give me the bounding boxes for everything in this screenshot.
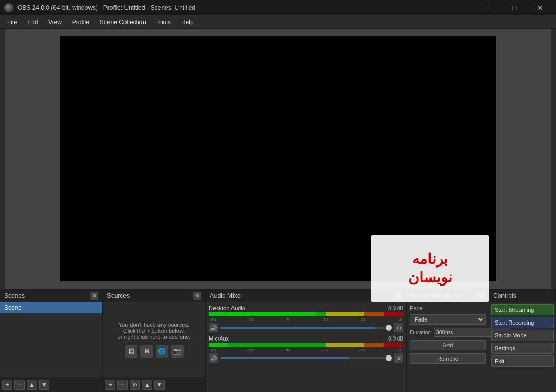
scenes-panel-title: Scenes (4, 292, 90, 299)
scenes-panel: Scene + − ▲ ▼ (0, 302, 103, 392)
scene-transitions-panel: Fade Fade Cut Duration Add Remove (407, 302, 489, 392)
panels-content: Scene + − ▲ ▼ You don't have any sources… (0, 302, 556, 392)
image-source-icon: 🖼 (125, 345, 137, 358)
desktop-audio-controls: 🔊 ⚙ (209, 323, 403, 332)
sources-add-button[interactable]: + (105, 380, 115, 390)
desktop-audio-settings-button[interactable]: ⚙ (394, 323, 403, 332)
desktop-audio-db: 0.0 dB (388, 306, 403, 311)
scenes-list: Scene (0, 302, 102, 377)
mic-aux-settings-button[interactable]: ⚙ (394, 353, 403, 363)
maximize-button[interactable]: □ (503, 0, 526, 15)
controls-panel-title: Controls (493, 292, 551, 299)
mic-aux-db: 0.0 dB (388, 336, 403, 342)
desktop-audio-meter (209, 312, 403, 316)
scene-trans-config-button[interactable]: ⚙ (476, 292, 485, 300)
window-title: OBS 24.0.0 (64-bit, windows) - Profile: … (17, 4, 195, 11)
right-sidebar (551, 29, 556, 289)
scenes-add-button[interactable]: + (2, 380, 12, 390)
desktop-audio-channel: Desktop Audio 0.0 dB -60 -50 -40 -30 -20… (209, 305, 403, 332)
desktop-audio-ticks: -60 -50 -40 -30 -20 -10 (209, 317, 403, 322)
browser-source-icon: 🌐 (156, 345, 168, 358)
sources-panel-title: Sources (107, 292, 193, 299)
mic-aux-meter (209, 343, 403, 347)
sources-config-icon-btn[interactable]: ⚙ (130, 380, 140, 390)
scene-trans-remove-button[interactable]: Remove (410, 353, 486, 364)
sources-remove-button[interactable]: − (117, 380, 128, 390)
desktop-audio-meter-fill (209, 312, 316, 316)
settings-button[interactable]: Settings (491, 343, 554, 354)
scene-trans-panel-header: Scene Transitions ⚙ (407, 289, 489, 302)
scenes-config-button[interactable]: ⚙ (90, 292, 98, 300)
preview-area (5, 29, 551, 289)
sources-panel-header: Sources ⚙ (103, 289, 206, 302)
audio-mixer-panel: Desktop Audio 0.0 dB -60 -50 -40 -30 -20… (206, 302, 407, 392)
mic-aux-controls: 🔊 ⚙ (209, 353, 403, 363)
mic-aux-channel: Mic/Aux 0.0 dB -60 -50 -40 -30 -20 -10 🔊 (209, 335, 403, 363)
scenes-remove-button[interactable]: − (14, 380, 25, 390)
scenes-header-icons: ⚙ (90, 292, 98, 300)
mic-aux-mute-button[interactable]: 🔊 (209, 353, 218, 363)
audio-mixer-config-button[interactable]: ⚙ (394, 292, 402, 300)
scene-trans-panel-title: Scene Transitions (411, 292, 476, 299)
sources-panel: You don't have any sources.Click the + b… (103, 302, 206, 392)
scenes-up-button[interactable]: ▲ (27, 380, 37, 390)
sources-config-button[interactable]: ⚙ (193, 292, 201, 300)
sources-toolbar: + − ⚙ ▲ ▼ (103, 377, 205, 392)
preview-canvas (60, 36, 496, 281)
menu-view[interactable]: View (43, 16, 67, 28)
minimize-button[interactable]: ─ (477, 0, 500, 15)
menu-file[interactable]: File (2, 16, 22, 28)
left-sidebar (0, 29, 5, 289)
scene-item[interactable]: Scene (0, 302, 102, 313)
camera-source-icon: 📷 (171, 345, 184, 358)
desktop-audio-volume-slider[interactable] (220, 327, 392, 329)
window-controls: ─ □ ✕ (477, 0, 552, 15)
scenes-panel-header: Scenes ⚙ (0, 289, 103, 302)
sources-empty-message[interactable]: You don't have any sources.Click the + b… (103, 302, 205, 377)
main-area (0, 29, 556, 289)
bottom-section: Scenes ⚙ Sources ⚙ Audio Mixer ⚙ Scene T… (0, 289, 556, 392)
monitor-source-icon: 🖥 (140, 345, 153, 358)
audio-mixer-panel-header: Audio Mixer ⚙ (206, 289, 407, 302)
scenes-down-button[interactable]: ▼ (39, 380, 49, 390)
sources-empty-text: You don't have any sources.Click the + b… (118, 322, 191, 340)
start-streaming-button[interactable]: Start Streaming (491, 304, 554, 315)
scene-trans-duration-label: Duration (410, 329, 432, 335)
mic-aux-volume-slider[interactable] (220, 357, 392, 359)
menu-profile[interactable]: Profile (67, 16, 95, 28)
sources-down-button[interactable]: ▼ (154, 380, 165, 390)
desktop-audio-mute-button[interactable]: 🔊 (209, 323, 218, 332)
audio-mixer-header-icons: ⚙ (394, 292, 402, 300)
menu-tools[interactable]: Tools (151, 16, 176, 28)
mic-aux-meter-fill (209, 343, 228, 347)
menu-help[interactable]: Help (176, 16, 199, 28)
menu-bar: File Edit View Profile Scene Collection … (0, 15, 556, 29)
audio-mixer-panel-title: Audio Mixer (210, 292, 394, 299)
mic-aux-meter-bg (209, 343, 403, 347)
title-bar: OBS 24.0.0 (64-bit, windows) - Profile: … (0, 0, 556, 15)
scene-trans-label: Fade (410, 305, 486, 311)
controls-panel-header: Controls (489, 289, 556, 302)
panels-header: Scenes ⚙ Sources ⚙ Audio Mixer ⚙ Scene T… (0, 289, 556, 302)
scene-trans-header-icons: ⚙ (476, 292, 485, 300)
title-left-section: OBS 24.0.0 (64-bit, windows) - Profile: … (4, 3, 195, 12)
menu-scene-collection[interactable]: Scene Collection (95, 16, 151, 28)
start-recording-button[interactable]: Start Recording (491, 317, 554, 328)
sources-up-button[interactable]: ▲ (142, 380, 152, 390)
sources-type-icons: 🖼 🖥 🌐 📷 (125, 345, 184, 358)
studio-mode-button[interactable]: Studio Mode (491, 330, 554, 341)
controls-panel: Start Streaming Start Recording Studio M… (489, 302, 556, 392)
mic-aux-header: Mic/Aux 0.0 dB (209, 335, 403, 342)
exit-button[interactable]: Exit (491, 355, 554, 367)
desktop-audio-label: Desktop Audio (209, 305, 245, 311)
mic-aux-ticks: -60 -50 -40 -30 -20 -10 (209, 348, 403, 352)
desktop-audio-header: Desktop Audio 0.0 dB (209, 305, 403, 311)
scenes-toolbar: + − ▲ ▼ (0, 377, 102, 392)
close-button[interactable]: ✕ (528, 0, 552, 15)
mic-aux-label: Mic/Aux (209, 335, 229, 342)
menu-edit[interactable]: Edit (22, 16, 43, 28)
app-icon (4, 3, 13, 12)
sources-header-icons: ⚙ (193, 292, 201, 300)
scene-trans-add-button[interactable]: Add (410, 340, 486, 350)
scene-trans-select[interactable]: Fade Cut (410, 314, 486, 325)
